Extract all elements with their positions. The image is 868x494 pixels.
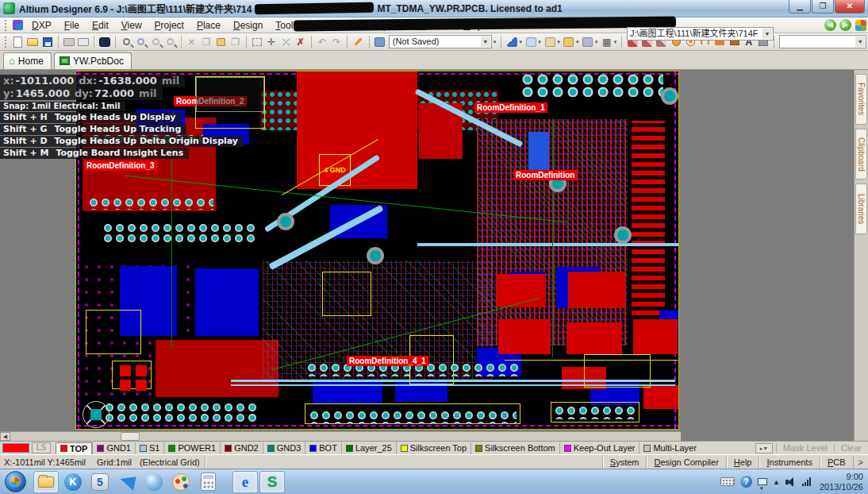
taskbar-bird-app-icon[interactable] [114, 471, 140, 493]
favorites-icon[interactable] [855, 20, 866, 31]
horizontal-scrollbar[interactable]: ◀ [0, 431, 681, 441]
menu-view[interactable]: View [115, 18, 148, 33]
panel-button-instruments[interactable]: Instruments [759, 456, 819, 469]
clear-button[interactable]: Clear [834, 443, 868, 453]
maximize-button[interactable]: ❐ [812, 0, 834, 14]
show-hidden-icons[interactable]: ▲ [773, 478, 780, 486]
pcb-canvas[interactable]: 4 GND [0, 70, 854, 441]
layer-tab-bot[interactable]: BOT [305, 442, 341, 454]
cross-probe-icon[interactable]: ⤫ [279, 35, 292, 49]
chevron-down-icon[interactable]: ▼ [481, 37, 490, 47]
clear-filter-icon[interactable]: ✗ [294, 35, 307, 49]
network-signal-icon[interactable] [802, 477, 811, 486]
input-method-icon[interactable] [720, 477, 735, 486]
menu-project[interactable]: Project [148, 18, 190, 33]
menu-place[interactable]: Place [190, 18, 227, 33]
layer-tab-keepout[interactable]: Keep-Out Layer [559, 442, 639, 454]
paste-icon[interactable] [214, 35, 227, 49]
tab-favorites[interactable]: Favorites [855, 74, 867, 125]
close-button[interactable]: ✕ [835, 0, 865, 14]
print-preview-icon[interactable] [77, 35, 90, 49]
variant-combobox[interactable]: ▼ [779, 35, 866, 48]
taskbar-5-app-icon[interactable]: 5 [87, 471, 113, 493]
layer-tab-gnd1[interactable]: GND1 [92, 442, 135, 454]
line-tool-icon[interactable] [505, 35, 518, 49]
layer-tab-top[interactable]: TOP [56, 442, 92, 454]
room-definition-label[interactable]: RoomDefinition_4_1 [347, 356, 428, 366]
layer-tab-layer25[interactable]: Layer_25 [341, 442, 396, 454]
taskbar-paint-app-icon[interactable] [168, 471, 194, 493]
paste-special-icon[interactable]: ❐ [229, 35, 241, 49]
new-document-icon[interactable] [12, 35, 25, 49]
tab-libraries[interactable]: Libraries [855, 183, 867, 234]
layer-tab-multilayer[interactable]: Multi-Layer [639, 442, 700, 454]
pcb-decor [102, 222, 258, 243]
dimension-tool-icon[interactable] [563, 35, 575, 49]
layer-tab-gnd2[interactable]: GND2 [220, 442, 263, 454]
open-icon[interactable] [26, 35, 39, 49]
panel-button-design-compiler[interactable]: Design Compiler [646, 456, 725, 469]
layer-tab-gnd3[interactable]: GND3 [263, 442, 305, 454]
chevron-down-icon[interactable]: ▼ [855, 37, 865, 47]
start-button[interactable] [5, 471, 26, 492]
zoom-area-icon[interactable] [135, 35, 148, 49]
layer-tab-s1[interactable]: S1 [135, 442, 163, 454]
mask-options-icon[interactable]: ▸▼ [755, 443, 773, 453]
taskbar-k-app-icon[interactable]: K [60, 471, 86, 493]
tab-clipboard[interactable]: Clipboard [855, 129, 867, 179]
room-definition-label[interactable]: RoomDefinition_3 [84, 160, 157, 171]
print-icon[interactable] [63, 35, 75, 49]
layer-sets-button[interactable]: LS [32, 442, 51, 453]
taskbar-globe-app-icon[interactable] [141, 471, 167, 493]
taskbar-altium-icon[interactable]: S [259, 471, 285, 493]
room-definition-label[interactable]: RoomDefinition_1 [474, 102, 547, 113]
browse-components-icon[interactable] [373, 35, 386, 49]
room-tool-icon[interactable] [582, 35, 594, 49]
taskbar-explorer-icon[interactable] [33, 471, 59, 493]
chevron-down-icon[interactable]: ▼ [762, 29, 772, 39]
pcb-doc-icon [60, 56, 70, 65]
copy-icon[interactable]: ❐ [200, 35, 213, 49]
insight-lens-icon[interactable] [98, 35, 111, 49]
layer-tab-silk-bottom[interactable]: Silkscreen Bottom [470, 442, 559, 454]
taskbar-ie-icon[interactable]: e [232, 471, 258, 493]
panel-button-pcb[interactable]: PCB [820, 456, 853, 469]
layer-tab-silk-top[interactable]: Silkscreen Top [396, 442, 470, 454]
tray-help-icon[interactable]: ? [740, 476, 752, 488]
room-definition-label[interactable]: RoomDefinition [513, 170, 577, 180]
panel-button-help[interactable]: Help [726, 456, 759, 469]
volume-icon[interactable] [785, 477, 797, 487]
menu-design[interactable]: Design [227, 18, 269, 33]
tab-home[interactable]: ⌂ Home [3, 52, 52, 69]
menu-dxp[interactable]: DXP [25, 18, 58, 33]
align-tool-icon[interactable] [524, 35, 537, 49]
undo-icon[interactable]: ↶ [316, 35, 328, 49]
cut-icon[interactable]: ✕ [185, 35, 198, 49]
select-area-icon[interactable] [251, 35, 263, 49]
minimize-button[interactable]: ▁ [789, 0, 811, 14]
scroll-left-icon[interactable]: ◀ [0, 432, 10, 441]
taskbar-clock[interactable]: 9:00 2013/10/26 [816, 472, 863, 492]
panel-overflow-button[interactable]: > [853, 456, 868, 469]
layer-tab-power1[interactable]: POWER1 [163, 442, 220, 454]
doc-state-combobox[interactable]: (Not Saved)▼ [389, 35, 492, 48]
tray-window-icon[interactable] [758, 478, 767, 485]
save-icon[interactable] [40, 35, 53, 49]
find-tool-icon[interactable] [543, 35, 556, 49]
move-icon[interactable]: ✛ [265, 35, 278, 49]
scrollbar-thumb[interactable] [121, 432, 140, 441]
mask-level-button[interactable]: Mask Level [776, 443, 834, 453]
zoom-filter-icon[interactable] [163, 35, 176, 49]
highlight-pen-icon[interactable] [351, 35, 364, 49]
grid-tool-icon[interactable]: ▦ [600, 35, 613, 49]
tab-pcbdoc[interactable]: YW.PcbDoc [54, 52, 132, 69]
zoom-document-icon[interactable] [120, 35, 133, 49]
menu-edit[interactable]: Edit [86, 18, 115, 33]
taskbar-calculator-icon[interactable] [195, 471, 221, 493]
forward-button[interactable]: ▶ [839, 19, 851, 31]
redo-icon[interactable]: ↷ [330, 35, 343, 49]
zoom-selected-icon[interactable] [149, 35, 162, 49]
panel-button-system[interactable]: System [602, 456, 647, 469]
back-button[interactable]: ◀ [824, 19, 836, 31]
menu-file[interactable]: File [58, 18, 86, 33]
